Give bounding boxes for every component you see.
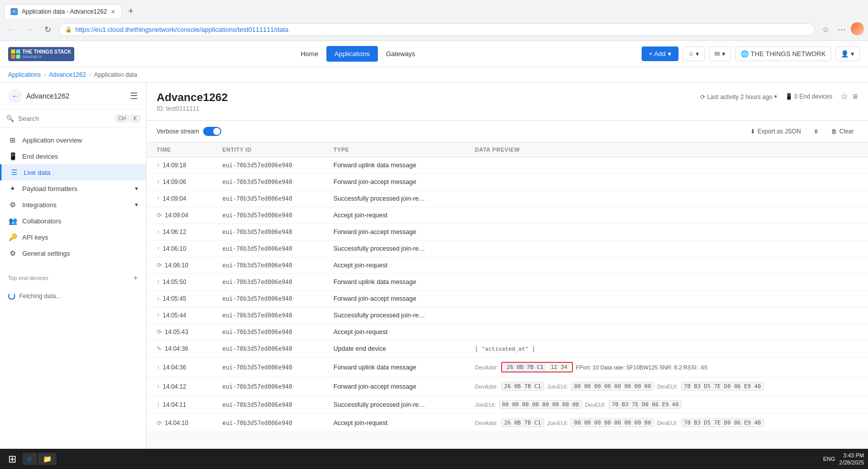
clear-label: Clear [839,128,854,135]
notifications-button[interactable]: ✉ ▾ [709,46,731,61]
up-icon: ↑ [157,295,160,302]
logo-sq-green [16,55,20,59]
address-bar[interactable]: 🔒 https://eu1.cloud.thethingsnetwork/con… [59,23,814,36]
table-actions: ⬇ Export as JSON ⏸ 🗑 Clear [746,126,858,137]
entity-cell: eui-70b3d57ed006e940 [222,312,333,319]
breadcrumb-applications[interactable]: Applications [8,71,41,78]
sync-icon: ⟳ [157,419,162,427]
user-button[interactable]: 👤 ▾ [835,46,860,61]
header-actions: ☆ ≡ [840,91,858,102]
entity-cell: eui-70b3d57ed006e940 [222,278,333,286]
table-row: ↑ 14:09:04 eui-70b3d57ed006e940 Successf… [147,191,868,207]
tab-close-button[interactable]: × [111,8,115,16]
menu-button[interactable]: ≡ [852,91,858,102]
edit-icon: ✎ [157,345,162,352]
entity-cell: eui-70b3d57ed006e940 [222,178,333,185]
forward-button[interactable]: → [22,22,36,36]
app-title-row: Advance1262 ID: test0111111 ⟳ Last activ… [157,91,858,112]
time-cell: ↑ 14:09:18 [157,162,222,169]
table-row: ↑ 14:04:36 eui-70b3d57ed006e940 Forward … [147,357,868,378]
loading-spinner [8,293,15,300]
general-settings-icon: ⚙ [8,249,17,257]
more-button[interactable]: ⋯ [835,22,849,36]
integrations-icon: ⚙ [8,201,17,209]
sync-icon: ⟳ [157,212,162,219]
clear-button[interactable]: 🗑 Clear [827,126,858,137]
devaddr-label: DevAddr: [475,384,498,390]
top-navigation: THE THINGS STACK SANDBOX Home Applicatio… [0,41,868,67]
time-cell: ⟳ 14:05:43 [157,329,222,336]
home-nav-button[interactable]: Home [293,46,326,62]
logo-squares [11,50,20,59]
sidebar-menu-button[interactable]: ☰ [130,90,138,102]
sidebar-item-live-data[interactable]: ☰ Live data [0,164,146,180]
sync-icon: ⟳ [157,329,162,336]
add-end-device-button[interactable]: + [133,273,138,283]
preview-cell: DevAddr: 26 0B 7B C1 JoinEUI: 00 00 00 0… [475,382,858,391]
breadcrumb-current: Application data [94,71,137,78]
explorer-icon: 📁 [43,455,52,463]
col-preview: DATA PREVIEW [475,147,858,153]
preview-extra: FPort: 10 Data rate: SF10BW125 SNR: 8.2 … [576,364,707,370]
sidebar-back-button[interactable]: ← Advance1262 [8,89,70,103]
add-button[interactable]: + Add ▾ [642,46,679,61]
new-tab-button[interactable]: + [124,4,138,18]
breadcrumb-sep2: › [89,71,91,78]
sidebar-item-api-keys[interactable]: 🔑 API keys [0,229,146,245]
sidebar-item-app-overview[interactable]: ⊞ Application overview [0,132,146,148]
logo: THE THINGS STACK SANDBOX [8,47,74,61]
sidebar-item-payload-formatters[interactable]: ✦ Payload formatters ▾ [0,180,146,197]
taskbar-edge[interactable]: e [23,453,37,465]
preview-cell: [ "activated_at" ] [475,346,858,352]
verbose-toggle: Verbose stream [157,127,221,136]
gateways-nav-button[interactable]: Gateways [378,46,423,62]
time-cell: ↑ 14:05:50 [157,278,222,286]
verbose-switch[interactable] [203,127,221,136]
sidebar-item-label-api-keys: API keys [22,233,48,241]
export-json-button[interactable]: ⬇ Export as JSON [746,126,805,137]
taskbar-explorer[interactable]: 📁 [38,453,57,465]
edge-icon: e [28,455,32,463]
export-icon: ⬇ [750,128,755,135]
time-cell: ↑ 14:06:12 [157,228,222,236]
payload-icon: ✦ [8,184,17,193]
app-overview-icon: ⊞ [8,136,17,144]
table-row: ⟳ 14:04:10 eui-70b3d57ed006e940 Accept j… [147,414,868,432]
search-input[interactable] [18,115,111,122]
back-button[interactable]: ← [4,22,18,36]
up-icon: ↑ [157,162,160,169]
sidebar-item-collaborators[interactable]: 👥 Collaborators [0,213,146,229]
start-button[interactable]: ⊞ [4,451,21,467]
top-nav-right: + Add ▾ ☆ ▾ ✉ ▾ 🌐 THE THINGS NETWORK 👤 ▾ [642,46,860,61]
type-cell: Successfully processed join-re… [333,312,475,319]
browser-tab[interactable]: A Application data - Advance1262 × [4,4,122,18]
deveui-val: 70 B3 7E D0 06 E9 40 [609,400,682,409]
entity-cell: eui-70b3d57ed006e940 [222,195,333,202]
live-data-icon: ☰ [10,168,19,176]
profile-avatar[interactable] [851,22,864,35]
language-indicator: ENG [823,456,835,462]
table-row: ✎ 14:04:36 eui-70b3d57ed006e940 Update e… [147,341,868,357]
tab-title: Application data - Advance1262 [22,8,107,15]
bookmark-button[interactable]: ☆ [818,22,833,36]
sidebar-item-end-devices[interactable]: 📱 End devices [0,148,146,164]
breadcrumb-app-name[interactable]: Advance1262 [49,71,86,78]
time-cell: ↑ 14:05:45 [157,295,222,302]
reload-button[interactable]: ↻ [40,22,55,36]
star-button[interactable]: ☆ [840,91,848,102]
type-cell: Accept join-request [333,262,475,269]
network-button[interactable]: 🌐 THE THINGS NETWORK [735,46,832,61]
bookmark-top-button[interactable]: ☆ ▾ [683,46,705,61]
type-cell: Accept join-request [333,329,475,336]
integrations-expand-icon: ▾ [135,201,138,208]
time-cell: ⟳ 14:06:10 [157,262,222,269]
export-label: Export as JSON [757,128,801,135]
pause-button[interactable]: ⏸ [809,126,823,137]
joineui-label: JoinEUI: [475,402,496,408]
sidebar-item-general-settings[interactable]: ⚙ General settings [0,245,146,261]
sidebar-item-integrations[interactable]: ⚙ Integrations ▾ [0,197,146,213]
applications-nav-button[interactable]: Applications [326,46,378,62]
col-entity: ENTITY ID [222,147,333,153]
time-cell: ↑ 14:09:06 [157,178,222,185]
deveui-val: 70 B3 D5 7E D0 06 E9 40 [681,382,764,391]
